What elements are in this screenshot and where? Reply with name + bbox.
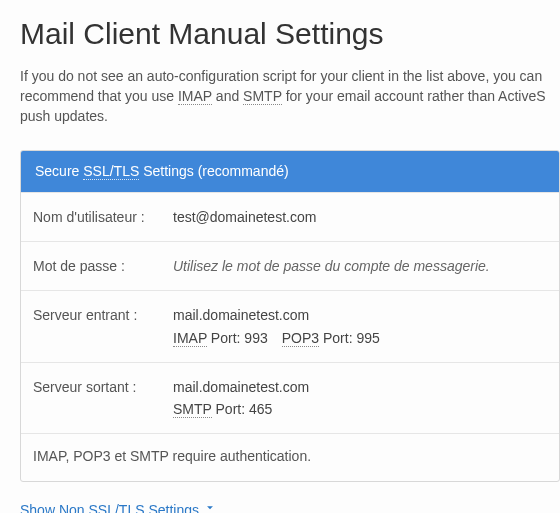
smtp-port-abbr: SMTP — [173, 401, 212, 418]
pop3-port-label: Port: — [319, 330, 356, 346]
smtp-port-label: Port: — [212, 401, 249, 417]
row-password: Mot de passe : Utilisez le mot de passe … — [21, 241, 559, 290]
toggle-label: Show Non SSL/TLS Settings — [20, 500, 199, 513]
imap-port-value: 993 — [244, 330, 267, 346]
row-outgoing: Serveur sortant : mail.domainetest.com S… — [21, 362, 559, 434]
imap-abbr: IMAP — [178, 88, 212, 105]
incoming-label: Serveur entrant : — [33, 305, 173, 325]
outgoing-label: Serveur sortant : — [33, 377, 173, 397]
auth-note: IMAP, POP3 et SMTP require authenticatio… — [21, 433, 559, 480]
incoming-value: mail.domainetest.com IMAP Port: 993POP3 … — [173, 305, 547, 348]
incoming-server: mail.domainetest.com — [173, 305, 547, 325]
password-label: Mot de passe : — [33, 256, 173, 276]
panel-header-post: Settings (recommandé) — [139, 163, 288, 179]
page-title: Mail Client Manual Settings — [20, 12, 560, 56]
incoming-ports: IMAP Port: 993POP3 Port: 995 — [173, 328, 547, 348]
smtp-abbr: SMTP — [243, 88, 282, 105]
username-label: Nom d'utilisateur : — [33, 207, 173, 227]
imap-port-label: Port: — [207, 330, 244, 346]
intro-mid: and — [212, 88, 243, 104]
smtp-port-value: 465 — [249, 401, 272, 417]
row-username: Nom d'utilisateur : test@domainetest.com — [21, 192, 559, 241]
imap-port-abbr: IMAP — [173, 330, 207, 347]
panel-header-pre: Secure — [35, 163, 83, 179]
panel-header: Secure SSL/TLS Settings (recommandé) — [21, 151, 559, 191]
pop3-port-value: 995 — [356, 330, 379, 346]
outgoing-server: mail.domainetest.com — [173, 377, 547, 397]
password-value: Utilisez le mot de passe du compte de me… — [173, 258, 490, 274]
ssltls-abbr: SSL/TLS — [83, 163, 139, 180]
username-value: test@domainetest.com — [173, 207, 547, 227]
pop3-port-abbr: POP3 — [282, 330, 319, 347]
outgoing-value: mail.domainetest.com SMTP Port: 465 — [173, 377, 547, 420]
row-incoming: Serveur entrant : mail.domainetest.com I… — [21, 290, 559, 362]
intro-text: If you do not see an auto-configuration … — [20, 66, 560, 127]
secure-settings-panel: Secure SSL/TLS Settings (recommandé) Nom… — [20, 150, 560, 481]
chevron-down-icon — [203, 500, 217, 513]
outgoing-ports: SMTP Port: 465 — [173, 399, 547, 419]
show-non-ssl-toggle[interactable]: Show Non SSL/TLS Settings — [20, 500, 217, 513]
